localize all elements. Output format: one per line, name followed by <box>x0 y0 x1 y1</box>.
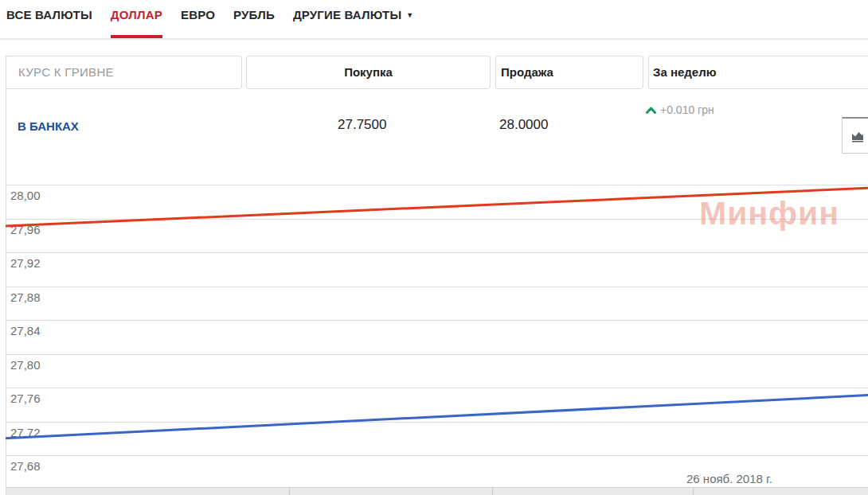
y-tick-label: 27,68 <box>10 459 41 473</box>
gridline <box>6 320 868 321</box>
column-header-buy: Покупка <box>246 56 491 89</box>
tab-all-currencies[interactable]: ВСЕ ВАЛЮТЫ <box>6 0 92 38</box>
banks-rate-link[interactable]: В БАНКАХ <box>18 119 79 133</box>
area-chart-icon <box>850 128 866 144</box>
y-tick-label: 27,80 <box>10 358 41 372</box>
gridline <box>6 422 868 423</box>
chart-type-button[interactable] <box>842 117 868 154</box>
gridline <box>6 455 868 456</box>
y-tick-label: 27,76 <box>10 392 41 405</box>
rate-chart: 28,0027,9627,9227,8827,8427,8027,7627,72… <box>0 179 868 495</box>
column-header-course: КУРС К ГРИВНЕ <box>6 56 242 89</box>
chart-date-label: 26 нояб. 2018 г. <box>686 472 772 485</box>
column-header-week: За неделю <box>648 56 868 89</box>
gridline <box>6 286 868 287</box>
chevron-down-icon: ▼ <box>406 11 413 19</box>
x-axis-separator <box>289 488 290 495</box>
week-change-badge: +0.010 грн <box>646 103 714 116</box>
gridline <box>6 354 868 355</box>
column-header-sell: Продажа <box>495 56 643 89</box>
currency-tabs: ВСЕ ВАЛЮТЫ ДОЛЛАР ЕВРО РУБЛЬ ДРУГИЕ ВАЛЮ… <box>0 0 868 40</box>
y-tick-label: 27,92 <box>10 256 41 270</box>
tab-dollar[interactable]: ДОЛЛАР <box>111 0 162 38</box>
arrow-up-icon <box>646 107 656 114</box>
week-change-value: +0.010 грн <box>660 103 714 116</box>
gridline <box>6 252 868 253</box>
y-tick-label: 27,88 <box>10 290 41 304</box>
gridline <box>6 388 868 388</box>
gridline <box>6 185 868 185</box>
tab-other-currencies-label: ДРУГИЕ ВАЛЮТЫ <box>293 8 401 21</box>
tab-ruble[interactable]: РУБЛЬ <box>233 0 275 38</box>
sell-rate-value: 28.0000 <box>499 117 548 133</box>
y-tick-label: 27,72 <box>10 426 41 439</box>
tab-other-currencies[interactable]: ДРУГИЕ ВАЛЮТЫ▼ <box>293 0 414 38</box>
chart-x-axis-band <box>6 487 868 495</box>
y-tick-label: 28,00 <box>10 189 41 202</box>
x-axis-separator <box>492 488 493 495</box>
buy-rate-value: 27.7500 <box>338 117 386 133</box>
x-axis-separator <box>693 488 694 495</box>
y-tick-label: 27,84 <box>10 324 41 337</box>
y-tick-label: 27,96 <box>10 223 41 236</box>
chart-watermark: Минфин <box>699 195 839 232</box>
tab-euro[interactable]: ЕВРО <box>181 0 215 38</box>
